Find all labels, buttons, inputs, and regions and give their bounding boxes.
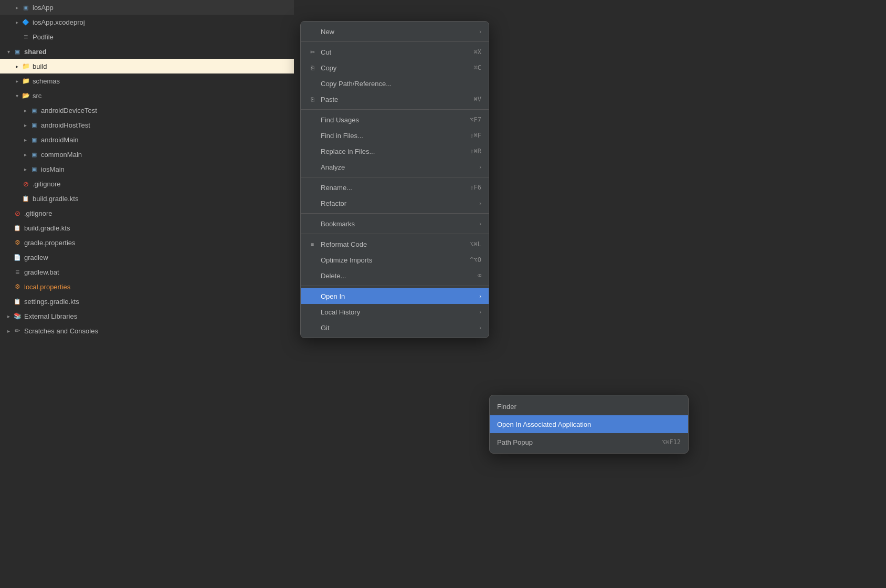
tree-item-iosapp[interactable]: iosApp [0,0,294,15]
copy-path-icon [308,79,317,88]
arrow-bookmarks: › [479,220,481,227]
label-gradlew-bat: gradlew.bat [24,268,59,276]
label-androidhosttest: androidHostTest [41,121,90,129]
right-area [483,0,886,588]
tree-item-gitignore-root[interactable]: .gitignore [0,206,294,220]
chevron-build [13,62,21,70]
menu-label-cut: Cut [321,48,331,56]
menu-label-refactor: Refactor [321,200,346,207]
menu-label-delete: Delete... [321,272,346,280]
menu-item-cut[interactable]: ✂ Cut ⌘X [301,44,489,60]
label-local-properties: local.properties [24,283,70,291]
delete-icon [308,271,317,280]
label-schemas: schemas [33,77,60,85]
menu-item-git[interactable]: Git › [301,320,489,335]
tree-item-iosmain[interactable]: iosMain [0,162,294,176]
tree-item-androidhosttest[interactable]: androidHostTest [0,118,294,132]
label-xcodeproj: iosApp.xcodeproj [33,18,85,26]
tree-item-schemas[interactable]: schemas [0,74,294,88]
shortcut-optimize: ^⌥O [470,256,481,264]
label-build-gradle-shared: build.gradle.kts [33,195,78,203]
menu-item-reformat[interactable]: ≡ Reformat Code ⌥⌘L [301,236,489,252]
arrow-git: › [479,324,481,331]
menu-label-open-in: Open In [321,292,345,300]
chevron-iosmain [21,165,29,173]
arrow-new: › [479,28,481,35]
menu-item-refactor[interactable]: Refactor › [301,195,489,211]
menu-item-replace-files[interactable]: Replace in Files... ⇧⌘R [301,143,489,159]
tree-item-xcodeproj[interactable]: iosApp.xcodeproj [0,15,294,29]
submenu-item-finder[interactable]: Finder [490,397,688,415]
menu-item-bookmarks[interactable]: Bookmarks › [301,216,489,232]
tree-item-gradlew-bat[interactable]: gradlew.bat [0,265,294,279]
icon-podfile [21,32,30,41]
chevron-androiddevicetest [21,106,29,114]
label-androiddevicetest: androidDeviceTest [41,107,97,114]
chevron-scratches [4,327,13,335]
icon-iosmain [29,164,39,174]
tree-item-local-properties[interactable]: local.properties [0,279,294,294]
analyze-icon [308,163,317,171]
menu-label-replace-files: Replace in Files... [321,148,375,155]
divider-after-bookmarks [301,234,489,234]
icon-androidhosttest [29,120,39,130]
tree-item-build[interactable]: build [0,59,294,74]
tree-item-build-gradle-shared[interactable]: build.gradle.kts [0,191,294,206]
menu-item-local-history[interactable]: Local History › [301,304,489,320]
refactor-icon [308,199,317,207]
tree-item-androidmain[interactable]: androidMain [0,132,294,147]
icon-commonmain [29,150,39,159]
tree-item-gitignore-shared[interactable]: .gitignore [0,176,294,191]
optimize-icon [308,256,317,264]
tree-item-external-libraries[interactable]: External Libraries [0,309,294,323]
menu-item-copy-path[interactable]: Copy Path/Reference... [301,76,489,91]
open-in-submenu: Finder Open In Associated Application Pa… [489,395,689,454]
icon-iosapp [21,3,30,12]
submenu-item-path-popup[interactable]: Path Popup ⌥⌘F12 [490,433,688,451]
label-shared: shared [24,48,47,56]
shortcut-paste: ⌘V [474,96,481,103]
icon-src [21,91,30,100]
tree-item-gradle-properties[interactable]: gradle.properties [0,235,294,250]
git-icon [308,323,317,332]
tree-item-scratches[interactable]: Scratches and Consoles [0,323,294,338]
menu-item-paste[interactable]: ⎘ Paste ⌘V [301,91,489,107]
label-iosapp: iosApp [33,4,54,12]
menu-item-copy[interactable]: ⎘ Copy ⌘C [301,60,489,76]
icon-build-gradle-shared [21,194,30,203]
submenu-item-open-associated[interactable]: Open In Associated Application [490,415,688,433]
copy-icon: ⎘ [308,64,317,72]
menu-item-rename[interactable]: Rename... ⇧F6 [301,180,489,195]
icon-androidmain [29,135,39,144]
menu-item-analyze[interactable]: Analyze › [301,159,489,175]
label-gitignore-root: .gitignore [24,209,52,217]
menu-label-new: New [321,28,334,36]
replace-files-icon [308,147,317,155]
menu-label-paste: Paste [321,96,338,103]
menu-item-find-files[interactable]: Find in Files... ⇧⌘F [301,128,489,143]
tree-item-podfile[interactable]: Podfile [0,29,294,44]
menu-item-find-usages[interactable]: Find Usages ⌥F7 [301,112,489,128]
shortcut-replace-files: ⇧⌘R [470,148,481,155]
divider-after-paste [301,109,489,110]
tree-item-commonmain[interactable]: commonMain [0,147,294,162]
menu-item-delete[interactable]: Delete... ⌫ [301,268,489,284]
menu-item-new[interactable]: New › [301,24,489,39]
shortcut-find-files: ⇧⌘F [470,132,481,139]
menu-item-optimize[interactable]: Optimize Imports ^⌥O [301,252,489,268]
tree-item-androiddevicetest[interactable]: androidDeviceTest [0,103,294,118]
menu-item-open-in[interactable]: Open In › [301,288,489,304]
tree-item-settings-gradle[interactable]: settings.gradle.kts [0,294,294,309]
tree-item-src[interactable]: src [0,88,294,103]
icon-gitignore-root [13,208,22,218]
label-scratches: Scratches and Consoles [24,327,98,335]
divider-after-delete [301,286,489,286]
menu-label-analyze: Analyze [321,163,345,171]
rename-icon [308,183,317,192]
shortcut-find-usages: ⌥F7 [470,116,481,123]
label-iosmain: iosMain [41,165,65,173]
tree-item-gradlew[interactable]: gradlew [0,250,294,265]
tree-item-shared[interactable]: shared [0,44,294,59]
label-commonmain: commonMain [41,151,82,159]
tree-item-build-gradle-root[interactable]: build.gradle.kts [0,220,294,235]
